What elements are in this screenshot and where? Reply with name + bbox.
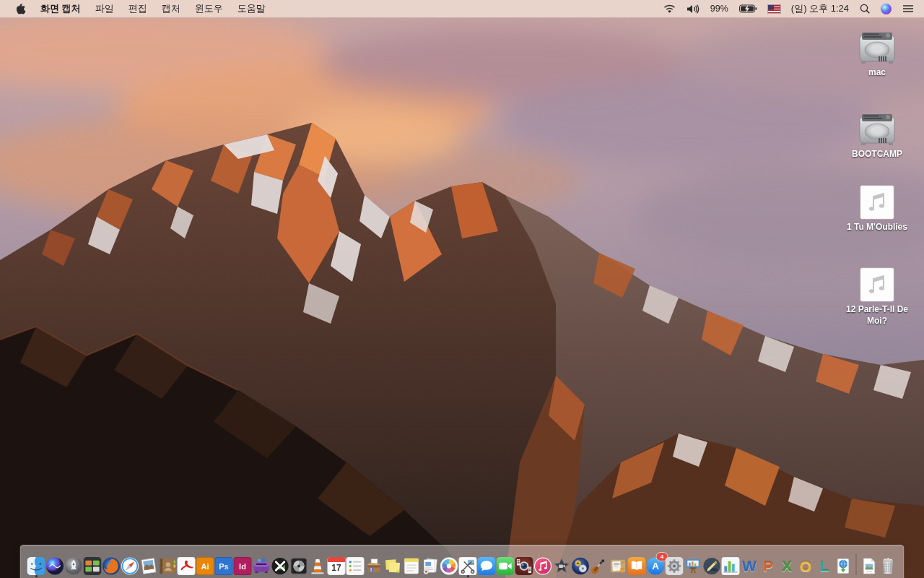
- dock-icon-lync[interactable]: L: [816, 555, 834, 575]
- hard-drive-icon: [858, 112, 896, 147]
- contacts-icon: [159, 557, 177, 575]
- toast-icon: [253, 557, 271, 575]
- dock-icon-facetime[interactable]: [497, 555, 515, 575]
- powerpoint-letter: P: [763, 557, 773, 575]
- dock-icon-photo-booth[interactable]: [515, 555, 533, 575]
- menu-app-name[interactable]: 화면 캡처: [33, 0, 88, 17]
- desktop-icon-bootcamp[interactable]: BOOTCAMP: [834, 112, 920, 160]
- notification-center-icon[interactable]: [899, 4, 917, 13]
- ibooks-icon: [628, 557, 646, 575]
- dock-icon-stickies[interactable]: [384, 555, 402, 575]
- dock-icon-disk-tool[interactable]: [290, 555, 308, 575]
- dock-icon-image-file[interactable]: [860, 555, 879, 575]
- dock-icon-indesign[interactable]: Id: [234, 555, 252, 575]
- dock-icon-calendar[interactable]: 17: [328, 555, 346, 575]
- dock-icon-messages[interactable]: [478, 555, 496, 575]
- dock-icon-launchpad[interactable]: [65, 555, 83, 575]
- dock-icon-numbers[interactable]: [722, 555, 740, 575]
- desktop-icon-audio-12[interactable]: 12 Parle-T-Il De Moi?: [834, 267, 920, 327]
- desktop-icon-mac[interactable]: mac: [834, 30, 920, 79]
- dock-icon-garageband[interactable]: [590, 555, 609, 575]
- menu-edit[interactable]: 편집: [121, 0, 154, 17]
- dock-icon-finder[interactable]: [27, 555, 45, 575]
- firefox-icon: [103, 557, 121, 575]
- dock-icon-firefox[interactable]: [103, 555, 121, 575]
- audio-file-icon: [858, 267, 896, 302]
- dock-icon-outlook[interactable]: O: [797, 555, 815, 575]
- dock-icon-keynote[interactable]: [684, 555, 702, 575]
- desktop-icon-label: 12 Parle-T-Il De Moi?: [835, 304, 919, 327]
- menu-clock[interactable]: (일) 오후 1:24: [788, 2, 852, 15]
- photoshop-icon: Ps: [215, 557, 233, 575]
- dock-icon-notes[interactable]: [403, 555, 421, 575]
- dock-icon-ibooks[interactable]: [628, 555, 646, 575]
- outlook-icon: O: [797, 557, 815, 575]
- dock-icon-app-store[interactable]: A4: [647, 555, 665, 575]
- audio-file-icon: [858, 185, 896, 220]
- numbers-icon: [722, 557, 740, 575]
- spotlight-search-icon[interactable]: [857, 4, 873, 14]
- image-file-icon: [860, 557, 879, 575]
- dock: AiPsId17A4WPXOL: [20, 545, 905, 578]
- dock-icon-itunes[interactable]: [534, 555, 552, 575]
- dock-icon-xee[interactable]: [271, 555, 289, 575]
- dock-icon-documents-app[interactable]: [422, 555, 440, 575]
- messages-icon: [478, 557, 496, 575]
- dock-icon-ms-update[interactable]: [834, 555, 853, 575]
- menu-window[interactable]: 윈도우: [188, 0, 230, 17]
- dock-icon-dvd-player[interactable]: [572, 555, 590, 575]
- documents-app-icon: [422, 557, 440, 575]
- dock-icon-toast[interactable]: [253, 555, 271, 575]
- battery-charging-icon[interactable]: [736, 4, 760, 13]
- dock-icon-excel[interactable]: X: [778, 555, 796, 575]
- dock-icon-preview[interactable]: [140, 555, 158, 575]
- dock-icon-illustrator[interactable]: Ai: [196, 555, 214, 575]
- menu-file[interactable]: 파일: [88, 0, 121, 17]
- dock-icon-trash[interactable]: [879, 555, 897, 575]
- apple-menu-icon[interactable]: [9, 3, 33, 14]
- desktop-icon-label: 1 Tu M'Oublies: [847, 222, 907, 233]
- dvd-player-icon: [572, 557, 590, 575]
- us-flag-icon[interactable]: [765, 5, 783, 13]
- dock-icon-grab[interactable]: [459, 555, 477, 575]
- dock-icon-photos[interactable]: [440, 555, 458, 575]
- wifi-icon[interactable]: [661, 4, 679, 14]
- dock-icon-powerpoint[interactable]: P: [759, 555, 777, 575]
- finder-icon: [27, 557, 45, 575]
- dock-icon-safari[interactable]: [121, 555, 139, 575]
- volume-icon[interactable]: [684, 4, 702, 14]
- desktop: 화면 캡처파일편집캡처윈도우도움말 99% (일) 오후 1:24: [0, 0, 924, 578]
- dock-icon-envelope-docs[interactable]: [609, 555, 627, 575]
- siri-icon[interactable]: [878, 4, 894, 14]
- dock-icon-word[interactable]: W: [741, 555, 759, 575]
- desktop-icon-audio-1[interactable]: 1 Tu M'Oublies: [834, 185, 920, 233]
- illustrator-icon: Ai: [196, 557, 214, 575]
- archive-utility-icon: [365, 557, 383, 575]
- menu-bar: 화면 캡처파일편집캡처윈도우도움말 99% (일) 오후 1:24: [0, 0, 924, 18]
- menu-capture[interactable]: 캡처: [154, 0, 188, 17]
- menu-help[interactable]: 도움말: [230, 0, 273, 17]
- grab-icon: [459, 557, 477, 575]
- dock-icon-reminders[interactable]: [346, 555, 365, 575]
- dock-icon-photoshop[interactable]: Ps: [215, 555, 233, 575]
- garageband-icon: [590, 557, 609, 575]
- xee-icon: [271, 557, 289, 575]
- keynote-icon: [684, 557, 702, 575]
- photo-booth-icon: [515, 557, 533, 575]
- dock-icon-contacts[interactable]: [159, 555, 177, 575]
- wallpaper-art: [0, 0, 924, 578]
- calendar-icon: 17: [328, 557, 346, 575]
- dock-icon-archive-utility[interactable]: [365, 555, 383, 575]
- dock-icon-vlc[interactable]: [309, 555, 327, 575]
- pages-icon: [703, 557, 721, 575]
- dock-icon-mission-control[interactable]: [84, 555, 102, 575]
- dock-icon-pages[interactable]: [703, 555, 721, 575]
- dock-icon-system-preferences[interactable]: [666, 555, 684, 575]
- menu-bar-status: 99% (일) 오후 1:24: [661, 0, 924, 17]
- indesign-icon: Id: [234, 557, 252, 575]
- dock-icon-imovie[interactable]: [553, 555, 571, 575]
- desktop-icon-label: BOOTCAMP: [852, 149, 902, 160]
- word-icon: W: [741, 557, 759, 575]
- dock-icon-siri[interactable]: [46, 555, 64, 575]
- dock-icon-acrobat[interactable]: [178, 555, 196, 575]
